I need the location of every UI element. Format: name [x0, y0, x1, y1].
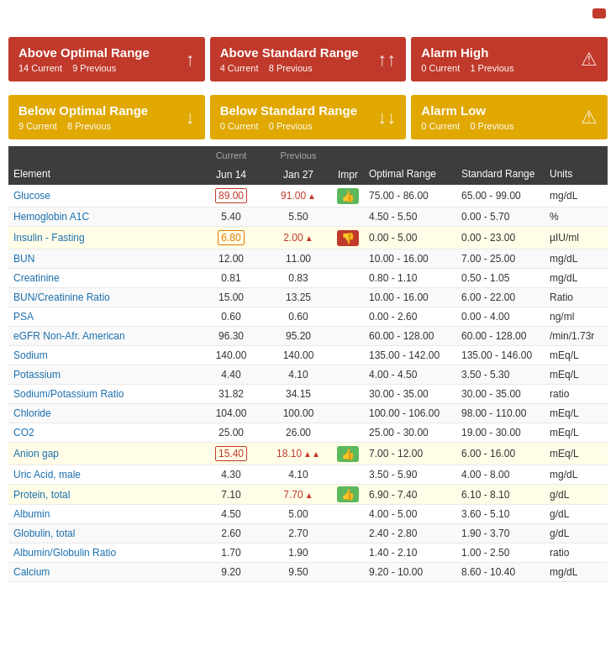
- element-name-cell[interactable]: CO2: [8, 423, 197, 443]
- standard-range-cell: 3.50 - 5.30: [456, 365, 545, 385]
- optimal-range-cell: 7.00 - 12.00: [364, 443, 456, 465]
- table-row: Potassium4.404.104.00 - 4.503.50 - 5.30m…: [8, 365, 608, 385]
- improvement-good-icon[interactable]: 👍: [337, 486, 359, 502]
- element-link[interactable]: Potassium: [13, 369, 61, 381]
- units-cell: mg/dL: [545, 185, 608, 207]
- card-arrow-icon: ↑↑: [377, 49, 396, 71]
- card-arrow-icon: ↑: [186, 49, 195, 71]
- previous-value: 5.00: [288, 508, 308, 520]
- table-row: Creatinine0.810.830.80 - 1.100.50 - 1.05…: [8, 269, 608, 288]
- units-cell: mEq/L: [545, 404, 608, 423]
- element-link[interactable]: BUN/Creatinine Ratio: [13, 291, 110, 303]
- previous-value: 91.00: [281, 190, 306, 202]
- previous-value-cell: 9.50: [265, 563, 332, 582]
- element-link[interactable]: BUN: [13, 253, 34, 265]
- current-value-cell: 4.30: [197, 465, 265, 485]
- previous-value: 5.50: [288, 211, 308, 223]
- element-name-cell[interactable]: Sodium/Potassium Ratio: [8, 385, 197, 404]
- impr-cell[interactable]: 👎: [332, 227, 364, 249]
- impr-cell: [332, 385, 364, 404]
- element-link[interactable]: Protein, total: [13, 489, 70, 501]
- element-link[interactable]: Chloride: [13, 407, 51, 419]
- optimal-range-cell: 6.90 - 7.40: [364, 485, 456, 505]
- element-link[interactable]: Albumin: [13, 508, 50, 520]
- card-alarm-low: Alarm Low 0 Current 0 Previous ⚠: [411, 95, 608, 139]
- improvement-good-icon[interactable]: 👍: [337, 188, 359, 204]
- impr-cell: [332, 288, 364, 307]
- table-row: Hemoglobin A1C5.405.504.50 - 5.500.00 - …: [8, 207, 608, 227]
- element-name-cell[interactable]: Hemoglobin A1C: [8, 207, 197, 227]
- card-arrow-icon: ↓: [186, 107, 195, 129]
- table-row: Albumin/Globulin Ratio1.701.901.40 - 2.1…: [8, 543, 608, 563]
- element-name-cell[interactable]: PSA: [8, 307, 197, 327]
- element-link[interactable]: Globulin, total: [13, 528, 75, 539]
- element-link[interactable]: Insulin - Fasting: [13, 232, 85, 244]
- units-cell: mEq/L: [545, 423, 608, 443]
- col-optimal-label: Optimal Range: [364, 146, 456, 185]
- element-name-cell[interactable]: Insulin - Fasting: [8, 227, 197, 249]
- element-link[interactable]: Hemoglobin A1C: [13, 211, 89, 223]
- impr-cell[interactable]: 👍: [332, 185, 364, 207]
- current-value: 2.60: [221, 528, 240, 539]
- units-cell: mg/dL: [545, 269, 608, 288]
- current-value-cell: 140.00: [197, 346, 265, 365]
- current-value: 25.00: [218, 427, 244, 438]
- impr-cell: [332, 207, 364, 227]
- element-link[interactable]: Creatinine: [13, 272, 60, 284]
- element-name-cell[interactable]: Glucose: [8, 185, 197, 207]
- element-name-cell[interactable]: Anion gap: [8, 443, 197, 465]
- element-name-cell[interactable]: Chloride: [8, 404, 197, 423]
- element-link[interactable]: Uric Acid, male: [13, 469, 81, 480]
- element-name-cell[interactable]: Calcium: [8, 563, 197, 582]
- element-link[interactable]: CO2: [13, 427, 34, 438]
- up-arrow-icon: ▲: [308, 192, 316, 201]
- element-link[interactable]: Albumin/Globulin Ratio: [13, 547, 116, 559]
- impr-cell: [332, 505, 364, 524]
- impr-cell[interactable]: 👍: [332, 443, 364, 465]
- previous-value: 4.10: [288, 369, 308, 381]
- standard-range-cell: 3.60 - 5.10: [456, 505, 545, 524]
- improvement-bad-icon[interactable]: 👎: [337, 230, 359, 246]
- current-value-cell: 4.40: [197, 365, 265, 385]
- element-name-cell[interactable]: BUN/Creatinine Ratio: [8, 288, 197, 307]
- units-cell: g/dL: [545, 505, 608, 524]
- element-link[interactable]: Glucose: [13, 190, 50, 202]
- element-link[interactable]: Sodium: [13, 349, 48, 361]
- element-name-cell[interactable]: BUN: [8, 249, 197, 269]
- element-link[interactable]: PSA: [13, 311, 34, 323]
- optimal-range-cell: 9.20 - 10.00: [364, 563, 456, 582]
- col-impr-label: [332, 146, 364, 165]
- element-name-cell[interactable]: Potassium: [8, 365, 197, 385]
- previous-value-cell: 2.00▲: [265, 227, 332, 249]
- element-name-cell[interactable]: Sodium: [8, 346, 197, 365]
- element-link[interactable]: Anion gap: [13, 448, 59, 459]
- optimal-range-cell: 25.00 - 30.00: [364, 423, 456, 443]
- previous-value-cell: 34.15: [265, 385, 332, 404]
- card-title: Below Standard Range: [220, 103, 357, 118]
- element-name-cell[interactable]: Uric Acid, male: [8, 465, 197, 485]
- element-link[interactable]: Calcium: [13, 566, 50, 578]
- card-stats: 0 Current 0 Previous: [421, 121, 513, 131]
- previous-value-cell: 4.10: [265, 365, 332, 385]
- previous-value: 140.00: [283, 349, 314, 361]
- standard-range-cell: 135.00 - 146.00: [456, 346, 545, 365]
- element-name-cell[interactable]: Protein, total: [8, 485, 197, 505]
- impr-cell: [332, 543, 364, 563]
- up-arrow-icon: ▲: [305, 491, 313, 500]
- table-row: Sodium140.00140.00135.00 - 142.00135.00 …: [8, 346, 608, 365]
- card-alarm-high: Alarm High 0 Current 1 Previous ⚠: [411, 37, 608, 81]
- current-value: 31.82: [218, 388, 244, 400]
- element-name-cell[interactable]: Globulin, total: [8, 524, 197, 543]
- units-cell: ng/ml: [545, 307, 608, 327]
- element-name-cell[interactable]: Albumin: [8, 505, 197, 524]
- element-link[interactable]: Sodium/Potassium Ratio: [13, 388, 124, 400]
- element-link[interactable]: eGFR Non-Afr. American: [13, 330, 125, 342]
- element-name-cell[interactable]: Albumin/Globulin Ratio: [8, 543, 197, 563]
- element-name-cell[interactable]: Creatinine: [8, 269, 197, 288]
- standard-range-cell: 65.00 - 99.00: [456, 185, 545, 207]
- impr-cell[interactable]: 👍: [332, 485, 364, 505]
- current-value-cell: 9.20: [197, 563, 265, 582]
- optimal-range-cell: 135.00 - 142.00: [364, 346, 456, 365]
- element-name-cell[interactable]: eGFR Non-Afr. American: [8, 327, 197, 346]
- improvement-good-icon[interactable]: 👍: [337, 446, 359, 462]
